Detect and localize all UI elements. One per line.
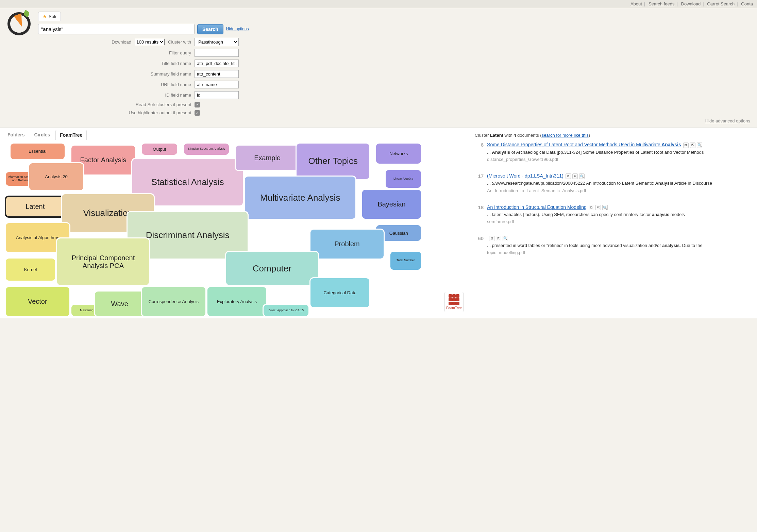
source-tab-solr[interactable]: ★ Solr [38, 12, 61, 21]
cluster-icon[interactable]: ⧉ [683, 143, 689, 148]
foam-cell[interactable]: Other Topics [296, 143, 371, 180]
url-field-label: URL field name [72, 82, 191, 87]
search-more-link[interactable]: search for more like this [542, 133, 589, 138]
viz-tabs: Folders Circles FoamTree [0, 128, 469, 140]
foam-cell[interactable]: Computer [225, 251, 319, 286]
result-snippet: ... presented in word tables or "refined… [487, 243, 752, 249]
foam-cell[interactable]: Multivariate Analysis [244, 176, 356, 220]
result-number: 6 [475, 142, 484, 162]
tab-foamtree[interactable]: FoamTree [55, 130, 87, 140]
result-item: 17(Microsoft Word - dp1.LSA_Intr\311)⧉⇱🔍… [475, 173, 752, 198]
foam-cell[interactable]: Example [235, 145, 300, 171]
foam-cell[interactable]: Linear Algebra [385, 169, 422, 189]
header: ★ Solr Search Hide options Download 100 … [0, 8, 757, 128]
filter-query-input[interactable] [195, 49, 239, 57]
highlighter-checkbox[interactable]: ✓ [195, 110, 200, 116]
result-number: 18 [475, 204, 484, 225]
open-icon[interactable]: ⇱ [690, 143, 695, 148]
title-field-label: Title field name [72, 61, 191, 66]
foam-cell[interactable]: Principal Component Analysis PCA [56, 237, 150, 286]
nav-download[interactable]: Download [681, 1, 701, 6]
download-select[interactable]: 100 results [135, 39, 165, 45]
cluster-icon[interactable]: ⧉ [489, 236, 494, 241]
results-panel: Cluster Latent with 4 documents (search … [469, 128, 757, 318]
foam-cell[interactable]: Bayesian [361, 189, 422, 220]
hide-advanced-link[interactable]: Hide advanced options [705, 118, 750, 123]
source-tab-label: Solr [49, 14, 56, 19]
nav-search-feeds[interactable]: Search feeds [649, 1, 675, 6]
foam-cell[interactable]: Problem [309, 229, 385, 260]
summary-field-input[interactable] [195, 70, 239, 78]
download-label: Download 100 results Cluster with [72, 39, 191, 45]
id-field-input[interactable] [195, 91, 239, 99]
result-filename: distance_properties_Gower1966.pdf [487, 157, 752, 162]
foam-cell[interactable]: Categorical Data [309, 277, 370, 308]
result-title-link[interactable]: Some Distance Properties of Latent Root … [487, 142, 681, 147]
result-filename: topic_modelling.pdf [487, 250, 752, 255]
search-icon[interactable]: 🔍 [579, 173, 585, 179]
foamtree-visualization[interactable]: FoamTree EssentialInformation Storage an… [0, 140, 469, 317]
result-snippet: ... ://www.researchgate.net/publication/… [487, 180, 752, 186]
open-icon[interactable]: ⇱ [595, 205, 601, 210]
foam-cell[interactable]: Singular Spectrum Analysis [183, 143, 230, 156]
tab-folders[interactable]: Folders [3, 130, 29, 140]
result-filename: semfamre.pdf [487, 219, 752, 224]
result-item: 18An Introduction in Structural Equation… [475, 204, 752, 230]
foam-cell[interactable]: Essential [10, 143, 66, 160]
nav-carrot-search[interactable]: Carrot Search [707, 1, 735, 6]
cluster-icon[interactable]: ⧉ [589, 205, 594, 210]
nav-contact[interactable]: Conta [741, 1, 753, 6]
nav-about[interactable]: About [630, 1, 642, 6]
open-icon[interactable]: ⇱ [572, 173, 578, 179]
result-item: 6Some Distance Properties of Latent Root… [475, 142, 752, 167]
search-icon[interactable]: 🔍 [697, 143, 702, 148]
search-icon[interactable]: 🔍 [602, 205, 608, 210]
foam-cell[interactable]: Direct Approach to ICA 15 [263, 304, 309, 317]
foam-cell[interactable]: Latent [5, 196, 66, 218]
options-panel: Download 100 results Cluster with Passth… [38, 38, 750, 123]
result-item: 60⧉⇱🔍... presented in word tables or "re… [475, 235, 752, 260]
open-icon[interactable]: ⇱ [496, 236, 501, 241]
foam-cell[interactable]: Kernel [5, 257, 56, 282]
tab-circles[interactable]: Circles [30, 130, 54, 140]
main: Folders Circles FoamTree FoamTree Essent… [0, 128, 757, 318]
foam-cell[interactable]: Exploratory Analysis [206, 286, 267, 317]
foam-cell[interactable]: Vector [5, 286, 70, 317]
read-solr-label: Read Solr clusters if present [72, 102, 191, 107]
result-number: 17 [475, 173, 484, 193]
foam-cell[interactable]: Total Number [389, 251, 422, 271]
top-nav: About| Search feeds| Download| Carrot Se… [0, 0, 757, 8]
foam-cell[interactable]: Analysis 20 [28, 162, 84, 191]
result-number: 60 [475, 235, 484, 255]
search-icon[interactable]: 🔍 [503, 236, 508, 241]
foam-cell[interactable]: Wave [94, 290, 146, 317]
url-field-input[interactable] [195, 81, 239, 88]
id-field-label: ID field name [72, 93, 191, 98]
foam-cell[interactable]: Output [141, 143, 178, 156]
result-snippet: ... Analysis of Archaeological Data [pp.… [487, 149, 752, 155]
result-filename: An_Introduction_to_Latent_Semantic_Analy… [487, 188, 752, 193]
foamtree-brand-logo: FoamTree [444, 292, 464, 312]
carrot2-logo [7, 12, 31, 36]
foam-cell[interactable]: Correspondence Analysis [141, 286, 206, 317]
visualization-panel: Folders Circles FoamTree FoamTree Essent… [0, 128, 469, 318]
star-icon: ★ [43, 14, 47, 19]
search-button[interactable]: Search [197, 24, 223, 34]
title-field-input[interactable] [195, 60, 239, 67]
hide-options-link[interactable]: Hide options [226, 27, 249, 31]
filter-query-label: Filter query [72, 50, 191, 55]
result-snippet: ... latent variables (factors). Using SE… [487, 212, 752, 218]
summary-field-label: Summary field name [72, 71, 191, 77]
result-title-link[interactable]: (Microsoft Word - dp1.LSA_Intr\311) [487, 173, 563, 179]
highlighter-label: Use highlighter output if present [72, 110, 191, 115]
search-input[interactable] [38, 24, 195, 34]
foam-cell[interactable]: Networks [375, 143, 422, 165]
cluster-select[interactable]: Passthrough [195, 38, 239, 46]
read-solr-checkbox[interactable]: ✓ [195, 102, 200, 107]
cluster-icon[interactable]: ⧉ [566, 173, 571, 179]
result-title-link[interactable]: An Introduction in Structural Equation M… [487, 204, 587, 210]
cluster-header: Cluster Latent with 4 documents (search … [475, 133, 752, 138]
